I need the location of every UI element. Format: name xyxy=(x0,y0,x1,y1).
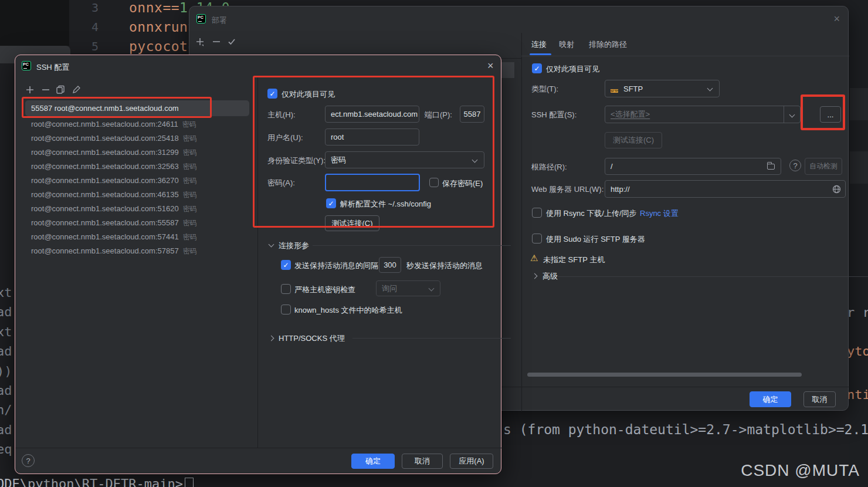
deploy-ok-button[interactable]: 确定 xyxy=(750,391,791,407)
root-path-field[interactable]: / xyxy=(605,158,781,175)
ssh-config-list-item[interactable]: root@connect.nmb1.seetacloud.com:31299密码 xyxy=(25,146,257,160)
port-field[interactable]: 5587 xyxy=(460,106,484,123)
active-tab-underline xyxy=(530,53,551,55)
ssh-config-list-item[interactable]: root@connect.nmb1.seetacloud.com:46135密码 xyxy=(25,188,257,202)
sudo-label: 使用 Sudo 运行 SFTP 服务器 xyxy=(546,234,645,245)
username-field[interactable]: root xyxy=(325,128,419,146)
connection-params-divider xyxy=(313,245,511,246)
code-fragment: h/ xyxy=(0,400,12,420)
code-fragment: ad xyxy=(0,381,12,400)
host-field[interactable]: ect.nmb1.seetacloud.com xyxy=(325,106,419,123)
pycharm-icon: PC xyxy=(196,14,206,23)
ssh-config-list-item[interactable]: root@connect.nmb1.seetacloud.com:36270密码 xyxy=(25,174,257,188)
code-fragment: nti: xyxy=(847,387,868,402)
code-fragment: ad xyxy=(0,302,12,322)
close-icon[interactable]: × xyxy=(487,60,494,71)
strict-host-key-checkbox[interactable] xyxy=(281,284,291,294)
horizontal-scrollbar[interactable] xyxy=(527,373,802,377)
ssh-config-list-item[interactable]: root@connect.nmb1.seetacloud.com:55587密码 xyxy=(25,216,257,230)
ssh-ok-button[interactable]: 确定 xyxy=(351,454,395,469)
ssh-config-list-item[interactable]: root@connect.nmb1.seetacloud.com:32563密码 xyxy=(25,160,257,174)
tab-excluded-paths[interactable]: 排除的路径 xyxy=(589,39,627,50)
ssh-project-only-checkbox[interactable]: ✓ xyxy=(267,89,277,99)
web-url-field[interactable]: http:// xyxy=(605,180,846,198)
project-only-checkbox[interactable]: ✓ xyxy=(532,63,542,73)
add-icon[interactable] xyxy=(195,37,205,46)
add-config-icon[interactable] xyxy=(25,85,35,94)
ssh-config-list-item[interactable]: root@connect.nmb1.seetacloud.com:51620密码 xyxy=(25,202,257,216)
ssh-apply-button[interactable]: 应用(A) xyxy=(450,454,493,469)
tabs-divider xyxy=(521,56,849,56)
autodetect-button[interactable]: 自动检测 xyxy=(805,158,842,175)
password-badge: 密码 xyxy=(183,163,197,171)
type-select[interactable]: SFTP SFTP xyxy=(605,80,720,97)
help-button[interactable]: ? xyxy=(22,454,35,467)
ssh-config-host: root@connect.nmb1.seetacloud.com:51620 xyxy=(31,204,179,213)
hash-known-hosts-checkbox[interactable] xyxy=(281,305,291,314)
warning-text: 未指定 SFTP 主机 xyxy=(543,255,605,265)
strict-host-key-select[interactable]: 询问 xyxy=(376,280,440,296)
check-icon[interactable] xyxy=(227,37,236,46)
root-path-help-icon[interactable]: ? xyxy=(789,160,801,171)
remove-icon[interactable] xyxy=(212,37,221,46)
prompt-text: ODE\python\RT-DETR-main> xyxy=(0,476,183,487)
folder-icon[interactable] xyxy=(767,164,775,170)
password-badge: 密码 xyxy=(182,120,196,128)
ssh-config-dropdown-segment[interactable] xyxy=(784,106,800,123)
browse-ssh-configs-button[interactable]: ... xyxy=(820,106,841,123)
ssh-config-select[interactable]: <选择配置> xyxy=(605,106,801,123)
password-field[interactable] xyxy=(325,174,420,191)
rsync-settings-link[interactable]: Rsync 设置 xyxy=(640,208,679,219)
remove-config-icon[interactable] xyxy=(41,85,50,94)
parse-config-label: 解析配置文件 ~/.ssh/config xyxy=(340,199,431,209)
ssh-config-list-item[interactable]: root@connect.nmb1.seetacloud.com:25418密码 xyxy=(25,131,257,146)
project-panel-corner xyxy=(0,0,69,46)
hash-known-hosts-label: known_hosts 文件中的哈希主机 xyxy=(294,305,402,316)
connection-params-header[interactable]: 连接形参 xyxy=(279,241,309,251)
ssh-config-list-item[interactable]: root@connect.nmb1.seetacloud.com:24611密码 xyxy=(25,117,257,131)
advanced-section-header[interactable]: 高级 xyxy=(542,271,558,282)
close-icon[interactable]: × xyxy=(833,13,840,24)
ssh-config-dialog: PC SSH 配置 × 55587 root@connect.nmb1.seet… xyxy=(15,55,501,474)
tab-mapping[interactable]: 映射 xyxy=(559,39,574,50)
save-password-checkbox[interactable] xyxy=(429,178,439,187)
auth-type-label: 身份验证类型(Y): xyxy=(267,155,326,166)
web-url-label: Web 服务器 URL(W): xyxy=(531,184,603,195)
ssh-config-host: root@connect.nmb1.seetacloud.com:25418 xyxy=(31,134,179,143)
keepalive-checkbox[interactable]: ✓ xyxy=(281,260,291,270)
ssh-config-selected-item[interactable]: 55587 root@connect.nmb1.seetacloud.com xyxy=(25,100,249,116)
chevron-down-icon xyxy=(789,111,795,117)
ssh-config-host: root@connect.nmb1.seetacloud.com:57857 xyxy=(31,246,179,255)
ssh-config-list-item[interactable]: root@connect.nmb1.seetacloud.com:57857密码 xyxy=(25,244,257,258)
username-value: root xyxy=(331,133,344,141)
code-fragment: ad xyxy=(0,420,12,439)
chevron-right-icon[interactable] xyxy=(269,336,274,341)
ssh-config-host: root@connect.nmb1.seetacloud.com:32563 xyxy=(31,162,179,171)
ssh-config-list-item[interactable]: root@connect.nmb1.seetacloud.com:57441密码 xyxy=(25,230,257,244)
watermark: CSDN @MUTA xyxy=(741,461,860,480)
ssh-project-only-label: 仅对此项目可见 xyxy=(282,89,335,100)
terminal-pip-output: s (from python-dateutil>=2.7->matplotlib… xyxy=(503,422,868,437)
copy-config-icon[interactable] xyxy=(56,85,65,94)
password-badge: 密码 xyxy=(183,177,197,185)
deploy-test-connection-button[interactable]: 测试连接(C) xyxy=(605,132,662,148)
ssh-cancel-button[interactable]: 取消 xyxy=(402,454,443,469)
ssh-dialog-title: SSH 配置 xyxy=(36,62,69,73)
code-fragment: r r xyxy=(847,305,868,320)
auth-type-select[interactable]: 密码 xyxy=(325,151,484,168)
root-path-value: / xyxy=(611,162,613,171)
sudo-checkbox[interactable] xyxy=(532,234,542,244)
parse-config-checkbox[interactable]: ✓ xyxy=(326,198,336,208)
tab-connection[interactable]: 连接 xyxy=(531,39,547,50)
chevron-down-icon[interactable] xyxy=(269,242,274,248)
ide-root: 3onnx==1.14.04onnxrunti5pycocotoc xtadxt… xyxy=(0,0,868,487)
keepalive-interval-field[interactable]: 300 xyxy=(379,257,401,273)
chevron-right-icon[interactable] xyxy=(532,273,538,279)
code-fragment: )) xyxy=(0,361,12,381)
ssh-test-connection-button[interactable]: 测试连接(C) xyxy=(325,215,379,231)
proxy-section-header[interactable]: HTTP/SOCKS 代理 xyxy=(279,333,345,344)
keepalive-value: 300 xyxy=(384,261,396,269)
edit-config-icon[interactable] xyxy=(72,85,81,94)
rsync-checkbox[interactable] xyxy=(532,208,542,218)
deploy-cancel-button[interactable]: 取消 xyxy=(803,391,836,407)
